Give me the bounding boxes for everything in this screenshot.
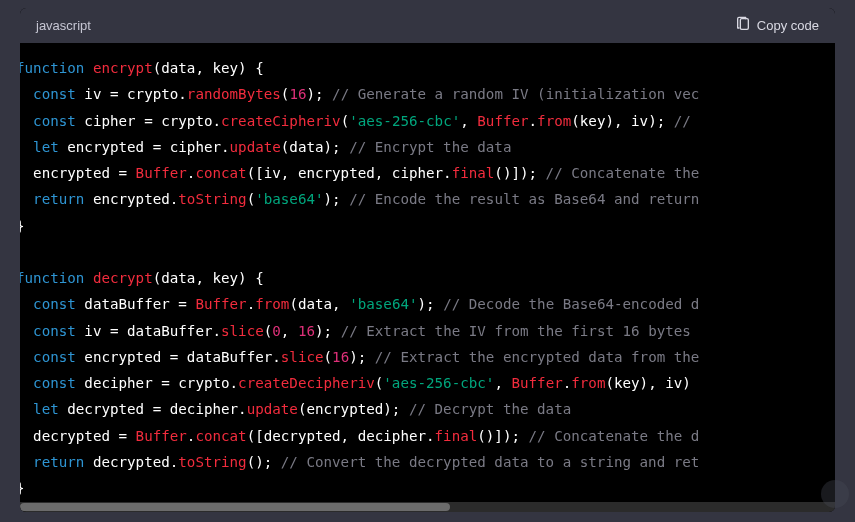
code-content: function encrypt(data, key) { const iv =… (20, 60, 699, 496)
copy-code-label: Copy code (757, 18, 819, 33)
language-label: javascript (36, 18, 91, 33)
horizontal-scrollbar-thumb[interactable] (20, 503, 450, 511)
clipboard-icon (735, 16, 751, 35)
horizontal-scrollbar[interactable] (20, 502, 835, 512)
scroll-down-button[interactable] (821, 480, 849, 508)
code-block: javascript Copy code function encrypt(da… (20, 8, 835, 512)
code-header: javascript Copy code (20, 8, 835, 43)
copy-code-button[interactable]: Copy code (735, 16, 819, 35)
code-area[interactable]: function encrypt(data, key) { const iv =… (20, 43, 835, 512)
svg-rect-0 (740, 19, 748, 30)
